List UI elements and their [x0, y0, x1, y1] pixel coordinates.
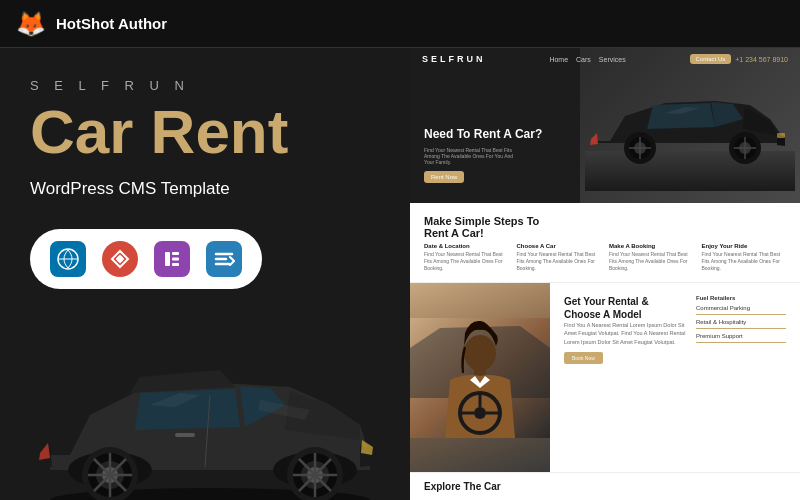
preview-phone: +1 234 567 8910 [735, 56, 788, 63]
step-3-text: Find Your Nearest Rental That Best Fits … [609, 251, 694, 272]
preview-brand: SELFRUN [422, 54, 486, 64]
preview-steps-section: Make Simple Steps ToRent A Car! Date & L… [410, 203, 800, 283]
svg-rect-5 [172, 263, 179, 266]
preview-nav-cars: Cars [576, 56, 591, 63]
preview-nav: SELFRUN Home Cars Services Contact Us +1… [410, 48, 800, 70]
step-1-text: Find Your Nearest Rental That Best Fits … [424, 251, 509, 272]
preview-nav-links: Home Cars Services [549, 56, 625, 63]
step-4-title: Enjoy Your Ride [702, 243, 787, 249]
brand-name: S E L F R U N [30, 78, 380, 93]
browser-preview: SELFRUN Home Cars Services Contact Us +1… [410, 48, 800, 500]
svg-rect-4 [172, 258, 179, 261]
preview-explore-section: Explore The Car [410, 472, 800, 500]
preview-steps-title: Make Simple Steps ToRent A Car! [424, 215, 786, 239]
sidebar-item-commercial: Commercial Parking [696, 305, 786, 315]
svg-rect-28 [777, 133, 785, 138]
preview-rental-section: Get Your Rental &Choose A Model Find You… [410, 283, 800, 472]
step-date-location: Date & Location Find Your Nearest Rental… [424, 243, 509, 272]
quix-badge[interactable] [102, 241, 138, 277]
product-title: Car Rent [30, 101, 380, 163]
car-illustration [20, 315, 400, 500]
tech-badges-container [30, 229, 262, 289]
step-2-title: Choose A Car [517, 243, 602, 249]
sidebar-item-premium: Premium Support [696, 333, 786, 343]
step-choose-car: Choose A Car Find Your Nearest Rental Th… [517, 243, 602, 272]
preview-contact-btn[interactable]: Contact Us [690, 54, 732, 64]
preview-nav-services: Services [599, 56, 626, 63]
preview-woman-image [410, 283, 550, 472]
preview-sidebar-header: Fuel Retailers [696, 295, 786, 301]
preview-book-btn[interactable]: Book Now [564, 352, 603, 364]
preview-hero-content: Need To Rent A Car? Find Your Nearest Re… [424, 127, 542, 183]
svg-point-40 [464, 335, 496, 371]
preview-steps-list: Date & Location Find Your Nearest Rental… [424, 243, 786, 272]
main-content: S E L F R U N Car Rent WordPress CMS Tem… [0, 48, 800, 500]
svg-rect-3 [172, 252, 179, 255]
elementor-badge[interactable] [154, 241, 190, 277]
svg-point-1 [117, 256, 123, 262]
ultimate-badge[interactable] [206, 241, 242, 277]
svg-rect-2 [165, 252, 170, 266]
preview-rental-text: Find You A Nearest Rental Lorem Ipsum Do… [564, 321, 686, 346]
product-subtitle: WordPress CMS Template [30, 179, 380, 199]
svg-rect-8 [175, 433, 195, 437]
logo-icon: 🦊 [16, 10, 46, 38]
preview-rental-title: Get Your Rental &Choose A Model [564, 295, 686, 321]
preview-bottom: Make Simple Steps ToRent A Car! Date & L… [410, 203, 800, 500]
step-enjoy-ride: Enjoy Your Ride Find Your Nearest Rental… [702, 243, 787, 272]
header-title: HotShot Author [56, 15, 167, 32]
preview-car-overlay [580, 48, 800, 203]
svg-point-43 [474, 407, 486, 419]
preview-hero-section: SELFRUN Home Cars Services Contact Us +1… [410, 48, 800, 203]
sidebar-item-retail: Retail & Hospitality [696, 319, 786, 329]
header-bar: 🦊 HotShot Author [0, 0, 800, 48]
preview-hero-subtitle: Find Your Nearest Rental That Best Fits … [424, 147, 524, 165]
step-2-text: Find Your Nearest Rental That Best Fits … [517, 251, 602, 272]
step-3-title: Make A Booking [609, 243, 694, 249]
preview-nav-home: Home [549, 56, 568, 63]
right-panel: SELFRUN Home Cars Services Contact Us +1… [410, 48, 800, 500]
preview-content-block: Get Your Rental &Choose A Model Find You… [550, 283, 800, 472]
step-4-text: Find Your Nearest Rental That Best Fits … [702, 251, 787, 272]
step-make-booking: Make A Booking Find Your Nearest Rental … [609, 243, 694, 272]
wordpress-badge[interactable] [50, 241, 86, 277]
svg-rect-27 [585, 151, 795, 191]
step-1-title: Date & Location [424, 243, 509, 249]
preview-sidebar-items: Commercial Parking Retail & Hospitality … [696, 305, 786, 343]
preview-hero-title: Need To Rent A Car? [424, 127, 542, 143]
preview-hero-btn[interactable]: Rent Now [424, 171, 464, 183]
left-panel: S E L F R U N Car Rent WordPress CMS Tem… [0, 48, 410, 500]
preview-explore-title: Explore The Car [424, 481, 786, 492]
